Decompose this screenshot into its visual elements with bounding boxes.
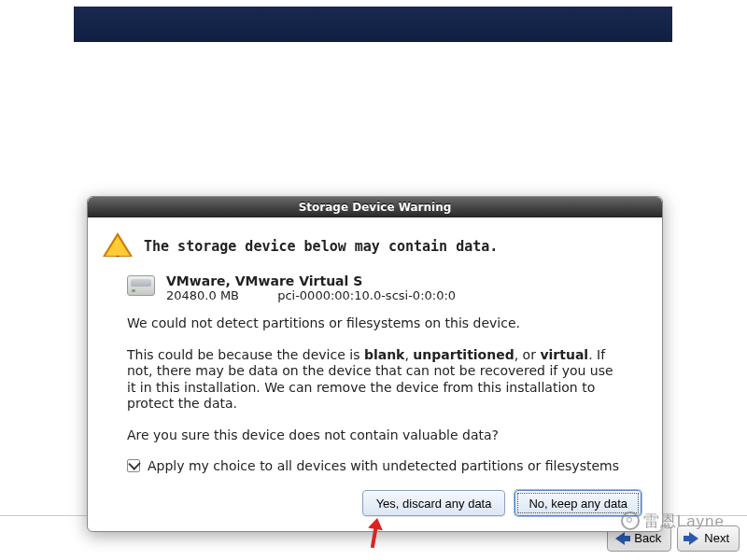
warning-para-2: This could be because the device is blan… xyxy=(127,347,622,413)
device-path: pci-0000:00:10.0-scsi-0:0:0:0 xyxy=(277,288,456,302)
dialog-titlebar: Storage Device Warning xyxy=(88,197,662,217)
apply-all-checkbox[interactable] xyxy=(127,459,140,472)
no-keep-button[interactable]: No, keep any data xyxy=(514,490,641,516)
dialog-heading: The storage device below may contain dat… xyxy=(144,232,498,262)
dialog-button-row: Yes, discard any data No, keep any data xyxy=(103,490,641,516)
warning-icon xyxy=(103,232,133,262)
back-label: Back xyxy=(634,531,661,545)
next-button[interactable]: Next xyxy=(677,525,740,552)
warning-para-3: Are you sure this device does not contai… xyxy=(127,427,622,444)
header-band xyxy=(74,7,672,42)
arrow-left-icon xyxy=(613,532,630,545)
device-name: VMware, VMware Virtual S xyxy=(166,273,456,288)
annotation-arrow-icon xyxy=(367,516,386,553)
apply-all-label: Apply my choice to all devices with unde… xyxy=(148,458,619,473)
yes-discard-button[interactable]: Yes, discard any data xyxy=(362,490,506,516)
device-size: 20480.0 MB xyxy=(166,288,274,302)
arrow-right-icon xyxy=(684,532,700,545)
device-row: VMware, VMware Virtual S 20480.0 MB pci-… xyxy=(127,273,641,302)
drive-icon xyxy=(127,275,155,296)
dialog-content: The storage device below may contain dat… xyxy=(88,217,662,531)
apply-all-row: Apply my choice to all devices with unde… xyxy=(127,458,641,473)
warning-para-1: We could not detect partitions or filesy… xyxy=(127,315,622,332)
storage-warning-dialog: Storage Device Warning The storage devic… xyxy=(87,196,663,532)
next-label: Next xyxy=(704,531,729,545)
